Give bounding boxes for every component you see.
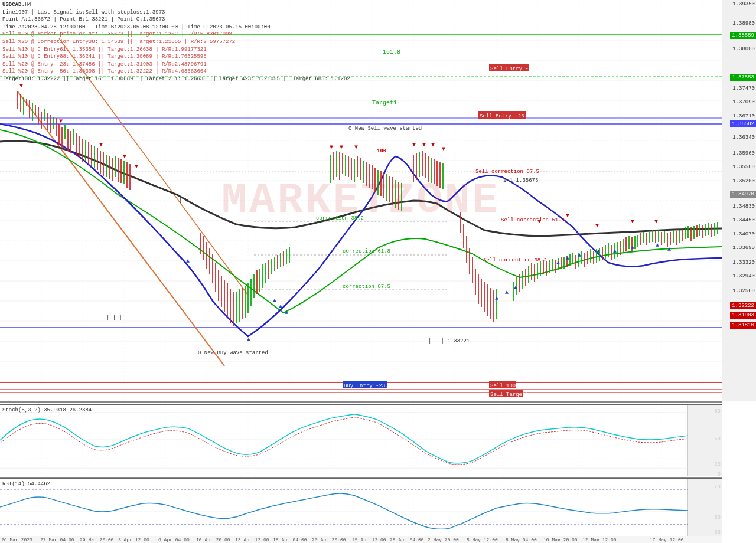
price-level-137470: 1.37470 [732, 86, 755, 91]
svg-text:Sell Entry -50: Sell Entry -50 [490, 66, 535, 72]
svg-text:correction 38.2: correction 38.2 [316, 215, 364, 221]
svg-text:0 New Buy wave started: 0 New Buy wave started [198, 350, 268, 356]
svg-text:▼: ▼ [412, 142, 416, 148]
signal-info: Line1907 | Last Signal is:Sell with stop… [2, 9, 350, 17]
svg-text:correction 61.8: correction 61.8 [343, 248, 390, 254]
svg-text:▲: ▲ [247, 336, 250, 343]
price-level-134830: 1.34830 [732, 204, 755, 210]
time-label-8: 18 Apr 04:00 [273, 537, 307, 542]
time-label-12: 2 May 20:00 [428, 537, 459, 542]
price-level-135580: 1.35580 [732, 164, 755, 170]
svg-text:| | |: | | | [106, 315, 122, 320]
svg-text:▼: ▼ [631, 218, 634, 225]
time-label-4: 3 Apr 12:00 [118, 537, 149, 542]
symbol-info: USDCAD.H4 [2, 1, 350, 9]
time-label-17: 17 May 12:00 [650, 537, 684, 542]
svg-text:▼: ▼ [59, 118, 63, 125]
time-label-13: 5 May 12:00 [467, 537, 498, 542]
svg-text:Sell correction 87.5: Sell correction 87.5 [475, 169, 539, 175]
price-highlight-131903: 1.31903 [730, 312, 756, 319]
price-level-137090: 1.37090 [732, 99, 755, 105]
time-label-14: 8 May 04:00 [506, 537, 537, 542]
price-level-132560: 1.32560 [732, 288, 755, 294]
svg-text:▲: ▲ [556, 260, 560, 266]
price-level-135200: 1.35200 [732, 178, 755, 184]
time-label-2: 27 Mar 04:00 [40, 537, 74, 542]
svg-text:▲: ▲ [495, 295, 498, 302]
time-label-7: 13 Apr 12:00 [235, 537, 269, 542]
time-info: Time A:2023.04.28 12:00:00 | Time B:2023… [2, 24, 350, 31]
svg-text:▼: ▼ [135, 163, 138, 170]
chart-divider-2 [0, 477, 722, 478]
time-label-11: 28 Apr 04:00 [390, 537, 424, 542]
sell-line-5: Sell %20 @ Entry -23: 1.37486 || Target:… [2, 61, 350, 68]
price-level-136340: 1.36340 [732, 135, 755, 140]
svg-text:Buy Entry -23.6: Buy Entry -23.6 [344, 383, 392, 389]
svg-line-47 [18, 91, 224, 366]
sell-line-4: Sell %10 @ C_Entry88: 1.36241 || Target:… [2, 53, 350, 61]
price-level-134450: 1.34450 [732, 217, 755, 223]
svg-text:▲: ▲ [597, 248, 600, 254]
svg-text:1 1 1.35673: 1 1 1.35673 [503, 178, 538, 184]
svg-text:▲: ▲ [285, 309, 288, 316]
svg-text:▼: ▼ [422, 142, 426, 148]
svg-text:161.8: 161.8 [383, 49, 400, 55]
svg-text:▼: ▼ [354, 144, 358, 151]
svg-text:▲: ▲ [505, 289, 509, 296]
price-level-138980: 1.38980 [732, 21, 755, 27]
price-highlight-136582: 1.36582 [730, 120, 756, 127]
time-axis: 26 Mar 2023 27 Mar 04:00 29 Mar 20:00 3 … [0, 536, 722, 543]
stoch-panel: Stoch(5,3,2) 35.9318 26.2384 80 50 20 0 [0, 404, 722, 475]
svg-text:▲: ▲ [514, 284, 517, 291]
price-highlight-138559: 1.38559 [730, 32, 756, 39]
targets-info: Target100: 1.32222 || Target 161: 1.3008… [2, 76, 350, 83]
sell-line-1: Sell %20 @ Market price or at: 1.35673 |… [2, 31, 350, 38]
price-level-139350: 1.39350 [732, 1, 755, 7]
chart-container: MARKETZONE [0, 0, 756, 543]
info-panel: USDCAD.H4 Line1907 | Last Signal is:Sell… [2, 1, 350, 83]
price-highlight-132222: 1.32222 [730, 302, 756, 309]
svg-text:▼: ▼ [330, 144, 333, 151]
svg-text:▲: ▲ [613, 248, 617, 254]
svg-text:Sell correction 51.8: Sell correction 51.8 [501, 217, 565, 223]
price-scale: 1.39350 1.38980 1.38559 1.38000 1.37553 … [722, 0, 756, 401]
time-label-5: 6 Apr 04:00 [158, 537, 190, 542]
price-level-136710: 1.36710 [732, 113, 755, 119]
price-level-133690: 1.33690 [732, 245, 755, 251]
price-highlight-137553: 1.37553 [730, 74, 756, 81]
svg-text:▲: ▲ [631, 244, 634, 251]
svg-text:▼: ▼ [99, 142, 103, 148]
price-level-138000: 1.38000 [732, 46, 755, 52]
svg-text:Sell Entry -23.6: Sell Entry -23.6 [480, 113, 530, 119]
chart-divider-1 [0, 401, 722, 403]
time-label-16: 12 May 12:00 [582, 537, 617, 542]
svg-text:▲: ▲ [667, 246, 671, 253]
svg-text:▼: ▼ [340, 144, 343, 151]
svg-text:▼: ▼ [19, 83, 23, 89]
svg-text:▲: ▲ [656, 242, 659, 248]
svg-text:Sell Target1: Sell Target1 [490, 392, 529, 398]
svg-text:▲: ▲ [279, 303, 282, 310]
svg-text:▲: ▲ [273, 297, 276, 304]
point-info: Point A:1.36672 | Point B:1.33221 | Poin… [2, 16, 350, 24]
sell-line-2: Sell %20 @ Correction Entry38: 1.34539 |… [2, 38, 350, 46]
svg-text:▼: ▼ [442, 146, 445, 152]
time-label-9: 20 Apr 20:00 [312, 537, 346, 542]
svg-text:| | | 1.33221: | | | 1.33221 [428, 338, 470, 344]
svg-text:▼: ▼ [595, 223, 599, 229]
sell-line-6: Sell %20 @ Entry -50: 1.38398 || Target:… [2, 68, 350, 76]
svg-text:Sell correction 38.2: Sell correction 38.2 [483, 257, 547, 263]
svg-text:▲: ▲ [578, 252, 581, 259]
time-label-15: 10 May 20:00 [543, 537, 578, 542]
svg-text:100: 100 [377, 148, 386, 154]
svg-text:Sell 100: Sell 100 [490, 383, 516, 389]
svg-text:▼: ▼ [566, 212, 569, 219]
svg-text:▼: ▼ [123, 153, 126, 160]
price-level-133320: 1.33320 [732, 260, 755, 266]
svg-text:Target1: Target1 [372, 100, 397, 106]
svg-text:▼: ▼ [654, 218, 658, 225]
stoch-svg [0, 405, 722, 475]
price-current: 1.34970 [730, 191, 756, 198]
svg-text:▲: ▲ [186, 258, 190, 264]
rsi-svg [0, 479, 722, 540]
